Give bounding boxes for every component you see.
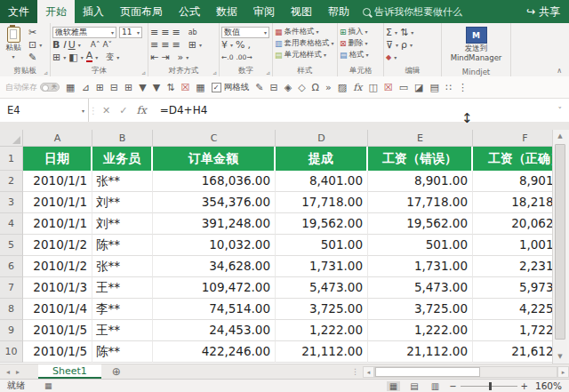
delete-rows-icon[interactable]: ☒ bbox=[180, 76, 189, 99]
align-center-icon[interactable]: ≡ bbox=[161, 39, 169, 51]
stamp-icon[interactable]: ◈ bbox=[284, 76, 292, 99]
tab-insert[interactable]: 插入 bbox=[75, 0, 112, 23]
decrease-decimal-icon[interactable]: .00→ bbox=[236, 52, 252, 63]
autosave-toggle[interactable]: 自动保存 关 bbox=[5, 82, 60, 93]
italic-button[interactable]: I bbox=[62, 39, 65, 51]
scroll-down-icon[interactable]: ▼ bbox=[553, 350, 567, 364]
tab-formulas[interactable]: 公式 bbox=[171, 0, 208, 23]
cell-wage-wrong[interactable]: 501.00 bbox=[368, 235, 473, 256]
gridlines-checkbox[interactable]: ✓ 网格线 bbox=[212, 82, 250, 93]
cell-commission[interactable]: 1,222.00 bbox=[276, 320, 368, 341]
scroll-left-icon[interactable]: ◂ bbox=[363, 366, 374, 378]
vertical-scrollbar-thumb[interactable] bbox=[555, 144, 565, 340]
phonetic-guide-icon[interactable]: 变 bbox=[106, 52, 114, 63]
zoom-level[interactable]: 160% bbox=[535, 380, 562, 391]
formula-input[interactable]: =D4+H4 bbox=[151, 104, 558, 116]
horizontal-scrollbar[interactable] bbox=[374, 366, 557, 378]
send-to-mindmanager-button[interactable]: M 发送到 MindManager bbox=[444, 27, 509, 63]
cell-date[interactable]: 2010/1/3 bbox=[23, 277, 92, 299]
tab-data[interactable]: 数据 bbox=[208, 0, 245, 23]
tab-home[interactable]: 开始 bbox=[37, 0, 75, 23]
align-top-icon[interactable]: ≡ bbox=[150, 27, 158, 38]
cell-commission[interactable]: 19,562.00 bbox=[276, 213, 368, 235]
cell-date[interactable]: 2010/1/1 bbox=[23, 171, 92, 192]
cut-icon[interactable]: ✂ bbox=[28, 27, 36, 38]
paste-button[interactable]: 粘贴 ▾ bbox=[2, 26, 25, 63]
picture-icon[interactable]: ▨ bbox=[338, 76, 347, 99]
distribute-columns-icon[interactable]: ◫ bbox=[368, 76, 377, 99]
cell-wage-correct[interactable]: 5,973.00 bbox=[473, 277, 552, 299]
cell-date[interactable]: 2010/1/2 bbox=[23, 235, 92, 256]
confirm-entry-icon[interactable]: ✓ bbox=[115, 105, 132, 116]
cell-salesperson[interactable]: 刘** bbox=[92, 192, 153, 213]
cell-commission[interactable]: 3,725.00 bbox=[276, 299, 368, 320]
increase-decimal-icon[interactable]: ←.0 bbox=[221, 52, 233, 63]
align-middle-icon[interactable]: ≡ bbox=[161, 27, 169, 38]
cell-commission[interactable]: 1,731.00 bbox=[276, 256, 368, 277]
header-cell-commission[interactable]: 提成 bbox=[276, 147, 368, 171]
cell-order-amount[interactable]: 10,032.00 bbox=[153, 235, 276, 256]
row-number[interactable]: 7 bbox=[0, 277, 23, 299]
cell-wage-correct[interactable]: 2,231.00 bbox=[473, 256, 552, 277]
grow-font-button[interactable]: A˄ bbox=[91, 39, 100, 51]
find-select-icon[interactable]: ρ bbox=[401, 39, 407, 51]
row-number[interactable]: 1 bbox=[0, 147, 23, 171]
cell-order-amount[interactable]: 109,472.00 bbox=[153, 277, 276, 299]
cell-commission[interactable]: 501.00 bbox=[276, 235, 368, 256]
dialog-launcher-icon[interactable]: ⊿ bbox=[44, 69, 48, 76]
cell-salesperson[interactable]: 刘** bbox=[92, 213, 153, 235]
cell-wage-correct[interactable]: 21,612.00 bbox=[473, 341, 552, 363]
cell-wage-wrong[interactable]: 5,473.00 bbox=[368, 277, 473, 299]
format-painter-icon[interactable]: ✎ bbox=[255, 76, 263, 99]
header-cell-order-amount[interactable]: 订单金额 bbox=[153, 147, 276, 171]
cell-wage-correct[interactable]: 18,218.00 bbox=[473, 192, 552, 213]
tab-help[interactable]: 帮助 bbox=[320, 0, 357, 23]
vertical-scrollbar[interactable]: ▲ ▼ bbox=[552, 130, 567, 364]
cell-commission[interactable]: 8,401.00 bbox=[276, 171, 368, 192]
percent-style-icon[interactable]: % bbox=[236, 39, 244, 51]
cell-order-amount[interactable]: 354,376.00 bbox=[153, 192, 276, 213]
format-painter-icon[interactable]: ✎ bbox=[28, 52, 36, 63]
header-cell-wage-correct[interactable]: 工资（正确） bbox=[473, 147, 552, 171]
document-icon[interactable]: ▤ bbox=[430, 76, 439, 99]
cell-wage-wrong[interactable]: 1,222.00 bbox=[368, 320, 473, 341]
zoom-slider-handle[interactable] bbox=[489, 382, 492, 390]
row-number[interactable]: 10 bbox=[0, 341, 23, 363]
underline-button[interactable]: U bbox=[68, 39, 76, 51]
dialog-launcher-icon[interactable]: ⊿ bbox=[141, 69, 146, 76]
column-header-c[interactable]: C bbox=[153, 130, 276, 147]
cell-salesperson[interactable]: 李** bbox=[92, 299, 153, 320]
align-right-icon[interactable]: ≡ bbox=[172, 39, 180, 51]
tab-view[interactable]: 视图 bbox=[283, 0, 320, 23]
symbol-omega-icon[interactable]: Ω bbox=[312, 76, 319, 99]
sheet-tab-sheet1[interactable]: Sheet1 bbox=[38, 364, 101, 379]
zoom-slider-track[interactable] bbox=[461, 386, 517, 387]
cell-styles-button[interactable]: ▤ 单元格样式▾ bbox=[275, 49, 335, 60]
cell-salesperson[interactable]: 陈** bbox=[92, 341, 153, 363]
column-header-b[interactable]: B bbox=[92, 130, 153, 147]
copy-icon[interactable]: ⊡ bbox=[28, 39, 36, 51]
merge-cells-icon[interactable]: ⊟ bbox=[269, 76, 277, 99]
cell-order-amount[interactable]: 34,628.00 bbox=[153, 256, 276, 277]
export-window-icon[interactable]: ⊞ bbox=[124, 76, 132, 99]
decrease-indent-icon[interactable]: ⇤ bbox=[150, 52, 158, 63]
chart-icon[interactable]: ⊿ bbox=[81, 76, 89, 99]
cell-wage-wrong[interactable]: 3,725.00 bbox=[368, 299, 473, 320]
cell-salesperson[interactable]: 张** bbox=[92, 171, 153, 192]
tab-page-layout[interactable]: 页面布局 bbox=[112, 0, 171, 23]
zoom-out-icon[interactable]: − bbox=[449, 381, 456, 391]
cell-salesperson[interactable]: 王** bbox=[92, 320, 153, 341]
dialog-launcher-icon[interactable]: ⊿ bbox=[212, 69, 217, 76]
delete-cells-button[interactable]: ⊠ 删除▾ bbox=[340, 37, 381, 49]
cell-wage-wrong[interactable]: 19,562.00 bbox=[368, 213, 473, 235]
cell-order-amount[interactable]: 168,036.00 bbox=[153, 171, 276, 192]
fill-color-icon[interactable]: ◧ bbox=[68, 52, 77, 63]
cell-order-amount[interactable]: 74,514.00 bbox=[153, 299, 276, 320]
font-color-icon[interactable]: A bbox=[86, 52, 93, 62]
cell-wage-correct[interactable]: 8,901.00 bbox=[473, 171, 552, 192]
cell-wage-correct[interactable]: 1,722.00 bbox=[473, 320, 552, 341]
cancel-entry-icon[interactable]: ✕ bbox=[98, 105, 115, 116]
increase-indent-icon[interactable]: ⇥ bbox=[161, 52, 169, 63]
insert-cells-button[interactable]: ⊞ 插入▾ bbox=[340, 26, 381, 37]
collapse-ribbon-icon[interactable]: ∧ bbox=[557, 67, 562, 75]
